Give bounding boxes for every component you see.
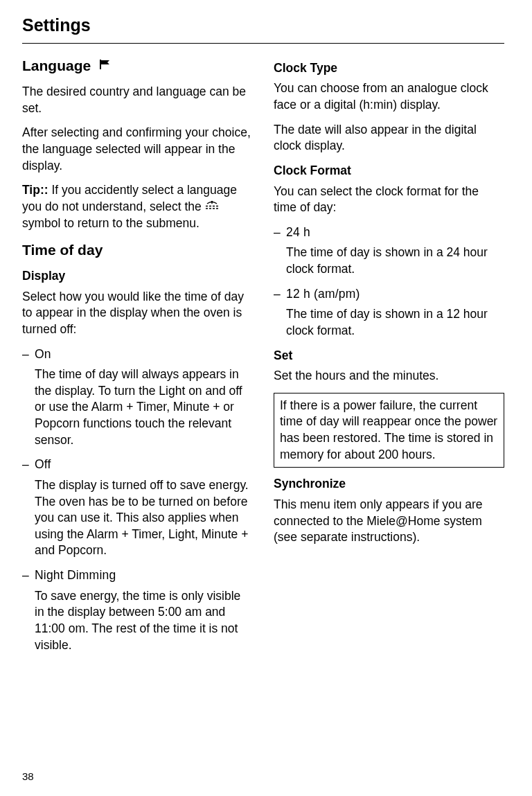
- clocktype-p2: The date will also appear in the digital…: [274, 122, 504, 154]
- clocktype-heading: Clock Type: [274, 60, 504, 77]
- settings-submenu-icon: [205, 199, 219, 215]
- tip-after: symbol to return to the submenu.: [22, 216, 200, 230]
- flag-icon: [99, 55, 113, 75]
- right-column: Clock Type You can choose from an analog…: [274, 56, 504, 662]
- option-12h-desc: The time of day is shown in a 12 hour cl…: [274, 306, 504, 339]
- option-night-dimming-desc: To save energy, the time is only visible…: [22, 588, 253, 654]
- option-24h: 24 h: [286, 224, 310, 241]
- list-item: – 24 h: [274, 224, 504, 241]
- language-tip: Tip:: If you accidently select a languag…: [22, 182, 253, 231]
- option-off-desc: The display is turned off to save energy…: [22, 477, 253, 559]
- option-off: Off: [35, 457, 51, 473]
- timeofday-heading: Time of day: [22, 240, 253, 260]
- language-heading-text: Language: [22, 58, 91, 73]
- option-on: On: [35, 346, 51, 363]
- content-columns: Language The desired country and languag…: [22, 56, 504, 662]
- option-12h: 12 h (am/pm): [286, 286, 360, 303]
- set-heading: Set: [274, 348, 504, 364]
- language-p2: After selecting and confirming your choi…: [22, 125, 253, 174]
- sync-heading: Synchronize: [274, 476, 504, 493]
- dash: –: [274, 224, 286, 241]
- dash: –: [22, 457, 35, 473]
- page-number: 38: [22, 770, 34, 784]
- sync-p1: This menu item only appears if you are c…: [274, 497, 504, 546]
- option-on-desc: The time of day will always appears in t…: [22, 366, 253, 448]
- tip-label: Tip::: [22, 183, 48, 197]
- set-p1: Set the hours and the minutes.: [274, 368, 504, 384]
- dash: –: [22, 346, 35, 363]
- page-title: Settings: [22, 14, 504, 44]
- dash: –: [22, 567, 35, 584]
- list-item: – Night Dimming: [22, 567, 253, 584]
- display-subheading: Display: [22, 268, 253, 285]
- power-failure-note: If there is a power failure, the current…: [274, 393, 504, 468]
- left-column: Language The desired country and languag…: [22, 56, 253, 662]
- dash: –: [274, 286, 286, 303]
- list-item: – 12 h (am/pm): [274, 286, 504, 303]
- list-item: – On: [22, 346, 253, 363]
- display-intro: Select how you would like the time of da…: [22, 289, 253, 338]
- option-night-dimming: Night Dimming: [35, 567, 116, 584]
- language-heading: Language: [22, 56, 253, 76]
- language-p1: The desired country and language can be …: [22, 84, 253, 116]
- clockformat-heading: Clock Format: [274, 163, 504, 179]
- clocktype-p1: You can choose from an analogue clock fa…: [274, 80, 504, 113]
- option-24h-desc: The time of day is shown in a 24 hour cl…: [274, 245, 504, 277]
- clockformat-intro: You can select the clock format for the …: [274, 184, 504, 216]
- list-item: – Off: [22, 457, 253, 473]
